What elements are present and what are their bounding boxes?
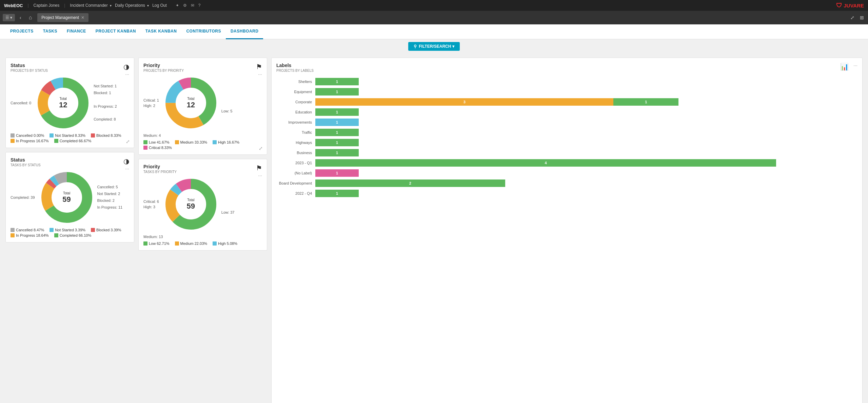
help-icon[interactable]: ? (198, 3, 201, 8)
bar-label: Education (276, 110, 315, 114)
bar-label: 2022 - Q4 (276, 191, 315, 195)
tab-project-kanban[interactable]: PROJECT KANBAN (91, 24, 141, 39)
flag-icon-projects: ⚑ (256, 63, 262, 71)
status-tasks-donut: Total 59 (40, 170, 94, 225)
expand-button-status-projects[interactable]: ⤢ (126, 139, 130, 144)
bar-segment: 1 (315, 88, 359, 96)
filter-bar: ⚲ FILTER/SEARCH ▾ (0, 39, 868, 54)
expand-icon[interactable]: ⤢ (849, 14, 856, 22)
priority-tasks-total: Total 59 (187, 198, 195, 211)
bar-row: Traffic1 (276, 129, 857, 136)
bar-row: Corporate31 (276, 98, 857, 106)
priority-projects-stats: Low: 5 (221, 91, 232, 115)
second-bar: ☰ ▾ ‹ ⌂ Project Management ✕ ⤢ ⊞ (0, 11, 868, 24)
tab-label: Project Management (41, 15, 79, 20)
messages-icon[interactable]: ✉ (191, 3, 194, 8)
tab-task-kanban[interactable]: TASK KANBAN (141, 24, 182, 39)
juvare-text: JUVARE (844, 3, 864, 8)
legend-dot-not-started (50, 133, 54, 137)
menu-arrow: ▾ (10, 15, 12, 20)
gear-icon[interactable]: ⚙ (183, 3, 187, 8)
priority-projects-chart-area: Critical: 1 High: 2 Total 12 (143, 76, 262, 130)
priority-projects-card: ⚑ Priority PROJECTS BY PRIORITY ··· Crit… (138, 58, 267, 155)
bar-label: Business (276, 151, 315, 155)
legend-tasks-low: Low 62.71% (143, 241, 170, 246)
juvare-logo: 🛡 JUVARE (836, 2, 864, 9)
legend-dot-completed (54, 139, 58, 143)
expand-button-priority-projects[interactable]: ⤢ (259, 146, 263, 151)
bar-row: 2022 - Q41 (276, 190, 857, 197)
status-tasks-more[interactable]: ··· (125, 166, 129, 171)
legend-cancelled: Cancelled 0.00% (11, 133, 44, 137)
status-projects-more[interactable]: ··· (125, 71, 129, 77)
legend-tasks-not-started: Not Started 3.39% (50, 228, 85, 232)
bar-segment: 3 (315, 98, 613, 106)
priority-tasks-chart-area: Critical: 6 High: 3 Total 59 (143, 177, 262, 231)
webeoc-brand: WebEOC (4, 3, 23, 8)
labels-more[interactable]: ··· (853, 63, 857, 68)
bar-label: Improvements (276, 120, 315, 124)
user-name[interactable]: Captain Jones (34, 3, 60, 8)
daily-operations-nav[interactable]: Daily Operations ▾ (115, 3, 149, 8)
tab-close-button[interactable]: ✕ (81, 15, 84, 20)
status-tasks-title: Status (11, 157, 129, 163)
tasks-completed-stat: Completed: 39 (11, 195, 35, 199)
priority-projects-total: Total 12 (187, 97, 195, 109)
tab-projects[interactable]: PROJECTS (5, 24, 38, 39)
bar-segment: 2 (315, 179, 505, 187)
collapse-icon[interactable]: ⊞ (859, 14, 865, 22)
top-bar-left: WebEOC | Captain Jones | Incident Comman… (4, 3, 201, 8)
priority-projects-more[interactable]: ··· (258, 71, 262, 77)
tab-finance[interactable]: FINANCE (62, 24, 91, 39)
filter-search-button[interactable]: ⚲ FILTER/SEARCH ▾ (408, 42, 459, 51)
home-button[interactable]: ⌂ (26, 13, 35, 22)
bar-label: Traffic (276, 130, 315, 134)
legend-tasks-high: High 5.08% (213, 241, 237, 246)
priority-tasks-donut: Total 59 (164, 177, 218, 231)
top-bar: WebEOC | Captain Jones | Incident Comman… (0, 0, 868, 11)
bar-segment: 1 (315, 129, 359, 136)
bar-track: 1 (315, 190, 857, 197)
bar-track: 4 (315, 159, 857, 167)
incident-commander-nav[interactable]: Incident Commander ▾ (70, 3, 112, 8)
left-column: ◑ Status PROJECTS BY STATUS ··· Cancelle… (5, 58, 134, 403)
filter-icon: ⚲ (414, 44, 417, 49)
hamburger-icon: ☰ (5, 15, 9, 20)
status-projects-donut: Total 12 (36, 76, 90, 130)
center-column: ⚑ Priority PROJECTS BY PRIORITY ··· Crit… (138, 58, 267, 403)
bar-label: Shelters (276, 80, 315, 84)
tab-tasks[interactable]: TASKS (38, 24, 62, 39)
legend-dot-cancelled (11, 133, 15, 137)
bar-row: Education1 (276, 108, 857, 116)
legend-medium: Medium 33.33% (175, 140, 208, 144)
status-tasks-card: ◑ Status TASKS BY STATUS ··· Completed: … (5, 152, 134, 242)
bar-row: Board Development2 (276, 179, 857, 187)
bar-segment: 1 (315, 78, 359, 85)
bar-track: 2 (315, 179, 857, 187)
right-column: 📊 ··· Labels PROJECTS BY LABELS Shelters… (271, 58, 863, 403)
tab-dashboard[interactable]: DASHBOARD (226, 24, 263, 39)
back-button[interactable]: ‹ (18, 14, 23, 22)
tab-nav: PROJECTS TASKS FINANCE PROJECT KANBAN TA… (0, 24, 868, 39)
priority-tasks-subtitle: TASKS BY PRIORITY (143, 170, 262, 174)
logout-link[interactable]: Log Out (152, 3, 167, 8)
status-projects-stats: Not Started: 1 Blocked: 1 In Progress: 2… (94, 83, 117, 123)
status-tasks-legend: Cancelled 8.47% Not Started 3.39% Blocke… (11, 228, 129, 237)
bar-track: 1 (315, 149, 857, 156)
labels-subtitle: PROJECTS BY LABELS (276, 69, 857, 72)
bar-track: 1 (315, 129, 857, 136)
legend-tasks-in-progress: In Progress 18.64% (11, 233, 49, 237)
bar-segment: 1 (315, 190, 359, 197)
bar-segment: 1 (315, 119, 359, 126)
bar-row: Shelters1 (276, 78, 857, 85)
tools-icon[interactable]: ✦ (176, 3, 179, 8)
legend-not-started: Not Started 8.33% (50, 133, 85, 137)
priority-tasks-more[interactable]: ··· (258, 173, 262, 178)
legend-tasks-cancelled: Cancelled 8.47% (11, 228, 44, 232)
second-bar-right: ⤢ ⊞ (849, 14, 865, 22)
legend-critical: Critical 8.33% (143, 146, 172, 150)
bar-track: 1 (315, 108, 857, 116)
tab-contributors[interactable]: CONTRIBUTORS (181, 24, 225, 39)
menu-button[interactable]: ☰ ▾ (3, 14, 15, 21)
legend-dot-in-progress (11, 139, 15, 143)
